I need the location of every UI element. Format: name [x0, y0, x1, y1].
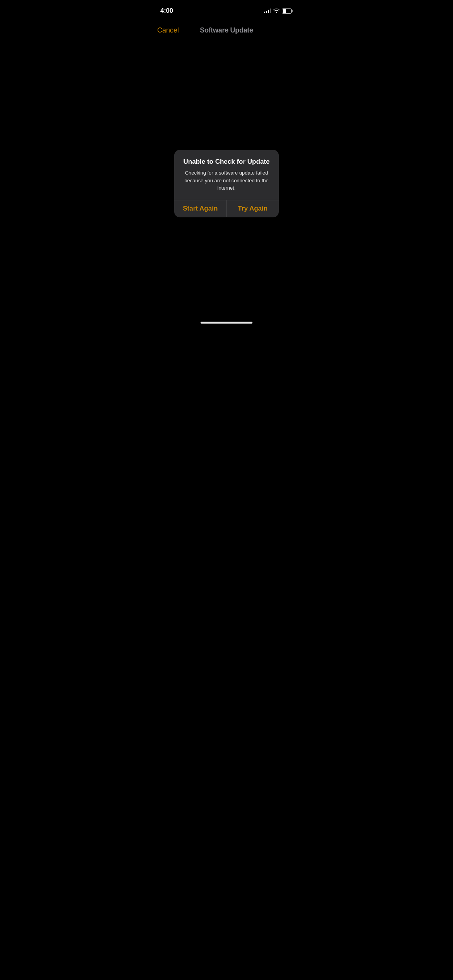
try-again-button[interactable]: Try Again: [227, 200, 279, 217]
battery-icon: [282, 9, 293, 14]
alert-box: Unable to Check for Update Checking for …: [174, 150, 279, 217]
alert-title: Unable to Check for Update: [180, 158, 273, 166]
signal-icon: [264, 9, 271, 13]
status-icons: [264, 9, 293, 14]
alert-buttons: Start Again Try Again: [174, 200, 279, 217]
page-title: Software Update: [200, 26, 253, 34]
status-bar: 4:00: [151, 0, 302, 19]
start-again-button[interactable]: Start Again: [174, 200, 226, 217]
nav-bar: Cancel Software Update: [151, 19, 302, 41]
status-time: 4:00: [160, 7, 173, 15]
home-indicator: [201, 322, 252, 324]
alert-dialog: Unable to Check for Update Checking for …: [174, 150, 279, 217]
cancel-button[interactable]: Cancel: [157, 25, 179, 36]
alert-content: Unable to Check for Update Checking for …: [174, 150, 279, 200]
alert-message: Checking for a software update failed be…: [180, 169, 273, 192]
wifi-icon: [273, 9, 280, 13]
